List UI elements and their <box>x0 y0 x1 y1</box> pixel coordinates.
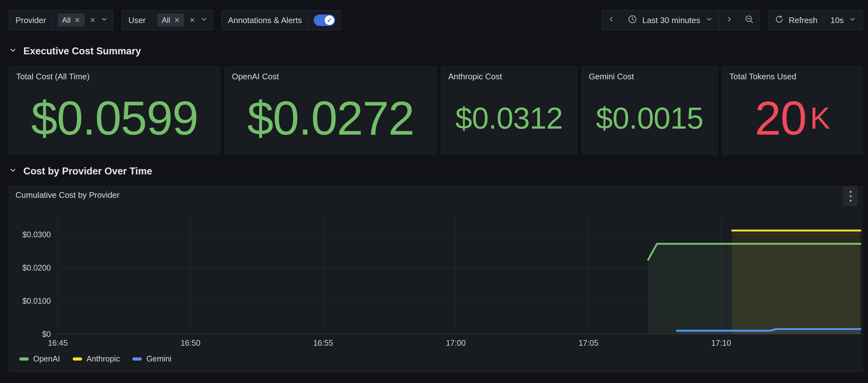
chevron-down-icon[interactable] <box>100 16 108 25</box>
toolbar-filters: Provider All ✕ ✕ User <box>9 10 341 30</box>
row-header-executive-cost-summary[interactable]: Executive Cost Summary <box>9 46 141 57</box>
chart-legend: OpenAIAnthropicGemini <box>19 354 172 363</box>
stat-panel-total-cost: Total Cost (All Time) $0.0599 <box>9 66 220 155</box>
clear-filter-icon[interactable]: ✕ <box>90 17 95 24</box>
provider-filter: Provider All ✕ ✕ <box>9 10 114 30</box>
panel-menu-button[interactable] <box>843 186 858 206</box>
kebab-icon <box>850 191 851 193</box>
legend-label: OpenAI <box>33 354 60 363</box>
stat-panel-title: Total Tokens Used <box>722 67 863 82</box>
cumulative-cost-chart[interactable]: $0$0.0100$0.0200$0.030016:4516:5016:5517… <box>9 186 863 372</box>
chevron-down-icon <box>705 16 713 25</box>
x-axis-tick-label: 16:50 <box>181 338 200 347</box>
legend-label: Gemini <box>146 354 171 363</box>
y-axis-tick-label: $0.0200 <box>23 263 51 272</box>
collapse-row-icon <box>9 46 17 57</box>
stat-panel-anthropic-cost: Anthropic Cost $0.0312 <box>441 66 577 155</box>
time-range-label: Last 30 minutes <box>642 16 700 25</box>
legend-color-pill <box>132 357 142 360</box>
stat-value: $0.0015 <box>596 103 703 134</box>
user-filter-value[interactable]: All ✕ ✕ <box>152 10 213 30</box>
chevron-down-icon[interactable] <box>200 16 208 25</box>
toolbar: Provider All ✕ ✕ User <box>9 10 863 30</box>
filter-value-pill[interactable]: All ✕ <box>58 13 85 27</box>
stat-value: $0.0599 <box>31 94 198 142</box>
collapse-row-icon <box>9 166 17 177</box>
timeseries-panel: $0$0.0100$0.0200$0.030016:4516:5016:5517… <box>9 185 863 372</box>
annotations-control: Annotations & Alerts ✓ <box>221 10 341 30</box>
y-axis-tick-label: $0.0300 <box>23 230 51 239</box>
stat-panel-title: OpenAI Cost <box>225 67 436 82</box>
toolbar-time-controls: Last 30 minutes <box>602 10 863 30</box>
legend-color-pill <box>73 357 82 360</box>
filter-value: All <box>162 16 170 25</box>
refresh-icon <box>775 15 784 26</box>
stat-value: $0.0272 <box>247 94 414 142</box>
stat-panel-title: Anthropic Cost <box>441 67 577 82</box>
legend-item-gemini[interactable]: Gemini <box>132 354 171 363</box>
refresh-interval-value: 10s <box>830 16 844 25</box>
user-filter-label: User <box>122 10 152 30</box>
legend-item-anthropic[interactable]: Anthropic <box>73 354 120 363</box>
x-axis-tick-label: 16:55 <box>313 338 333 347</box>
refresh-label: Refresh <box>789 16 817 25</box>
remove-value-icon[interactable]: ✕ <box>174 17 180 24</box>
toggle-check-icon: ✓ <box>325 16 334 25</box>
series-fill-anthropic <box>732 230 861 334</box>
annotations-toggle[interactable]: ✓ <box>314 14 335 26</box>
provider-filter-value[interactable]: All ✕ ✕ <box>53 10 114 30</box>
stat-value-suffix: K <box>810 103 830 134</box>
stat-panel-title: Total Cost (All Time) <box>9 67 220 82</box>
stat-panel-title: Gemini Cost <box>582 67 717 82</box>
x-axis-tick-label: 17:00 <box>446 338 466 347</box>
provider-filter-label: Provider <box>9 10 53 30</box>
refresh-control: Refresh 10s <box>768 10 863 30</box>
zoom-out-button[interactable] <box>739 10 760 30</box>
time-picker: Last 30 minutes <box>602 10 760 30</box>
filter-label: User <box>128 16 146 25</box>
chevron-left-icon <box>608 16 615 25</box>
zoom-out-icon <box>744 14 754 26</box>
remove-value-icon[interactable]: ✕ <box>74 17 80 24</box>
refresh-button[interactable]: Refresh <box>769 10 824 30</box>
filter-value: All <box>62 16 71 25</box>
stat-panel-gemini-cost: Gemini Cost $0.0015 <box>582 66 718 155</box>
chevron-down-icon <box>849 16 856 25</box>
clear-filter-icon[interactable]: ✕ <box>189 17 195 24</box>
chevron-right-icon <box>725 16 733 25</box>
stat-panel-total-tokens: Total Tokens Used 20 K <box>722 66 863 155</box>
annotations-text: Annotations & Alerts <box>228 16 302 25</box>
filter-label: Provider <box>16 16 46 25</box>
x-axis-tick-label: 17:05 <box>579 338 598 347</box>
x-axis-tick-label: 16:45 <box>48 338 68 347</box>
user-filter: User All ✕ ✕ <box>122 10 213 30</box>
y-axis-tick-label: $0.0100 <box>23 296 51 305</box>
annotations-toggle-wrap: ✓ <box>309 10 340 30</box>
stat-panels-row: Total Cost (All Time) $0.0599 OpenAI Cos… <box>9 66 863 155</box>
legend-item-openai[interactable]: OpenAI <box>19 354 60 363</box>
x-axis-tick-label: 17:10 <box>711 338 731 347</box>
row-title: Cost by Provider Over Time <box>23 166 152 177</box>
stat-value: 20 <box>755 94 806 142</box>
filter-value-pill[interactable]: All ✕ <box>157 13 184 27</box>
row-title: Executive Cost Summary <box>23 46 141 57</box>
clock-icon <box>628 14 637 26</box>
time-shift-back-button[interactable] <box>602 10 621 30</box>
row-header-cost-by-provider[interactable]: Cost by Provider Over Time <box>9 166 152 177</box>
legend-color-pill <box>19 357 29 360</box>
stat-panel-openai-cost: OpenAI Cost $0.0272 <box>224 66 436 155</box>
refresh-interval-button[interactable]: 10s <box>824 10 863 30</box>
time-shift-forward-button[interactable] <box>719 10 739 30</box>
legend-label: Anthropic <box>87 354 120 363</box>
time-range-button[interactable]: Last 30 minutes <box>621 10 719 30</box>
panel-title: Cumulative Cost by Provider <box>16 190 119 200</box>
annotations-label: Annotations & Alerts <box>222 10 308 30</box>
stat-value: $0.0312 <box>455 103 563 134</box>
dashboard: Provider All ✕ ✕ User <box>0 0 868 383</box>
y-axis-tick-label: $0 <box>42 330 51 338</box>
